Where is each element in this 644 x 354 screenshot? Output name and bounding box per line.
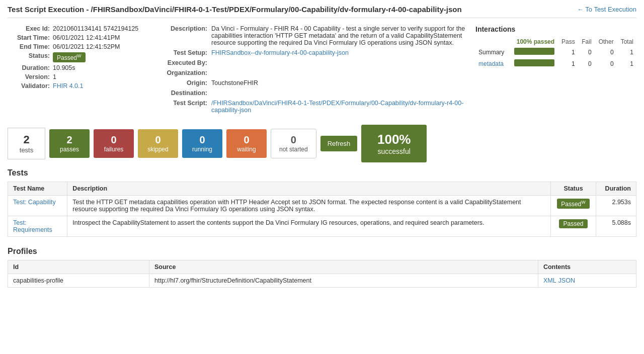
organization-row: Organization: [158,69,465,76]
validator-label: Validator: [8,82,53,90]
version-row: Version: 1 [8,73,148,80]
desc-row: Description: Da Vinci - Formulary - FHIR… [158,25,465,46]
failures-num: 0 [102,134,126,146]
passes-label: passes [57,146,82,153]
interaction-progress [509,46,558,58]
tests-count-box: 2 tests [8,128,45,159]
running-box: 0 running [182,129,222,158]
profiles-table: Id Source Contents capabilities-profileh… [8,260,636,288]
test-script-label: Test Script: [158,100,211,114]
validator-link[interactable]: FHIR 4.0.1 [53,82,83,90]
interaction-progress [509,58,558,69]
validator-row: Validator: FHIR 4.0.1 [8,82,148,90]
executed-by-value [211,59,465,66]
tests-section-title: Tests [8,168,636,178]
not-started-num: 0 [279,134,308,146]
interaction-name[interactable]: metadata [475,58,509,69]
col-pass-header: Pass [557,37,578,46]
running-num: 0 [190,134,214,146]
interactions-table: 100% passed Pass Fail Other Total Summar… [475,37,636,69]
test-duration-cell: 2.953s [596,196,636,216]
organization-label: Organization: [158,69,211,76]
executed-by-label: Executed By: [158,59,211,66]
interaction-stat: 1 [557,46,578,58]
failures-box: 0 failures [94,129,134,158]
test-status-cell: Passed [551,216,596,237]
not-started-box: 0 not started [271,129,316,158]
interaction-row: Summary1001 [475,46,636,58]
organization-value [211,69,465,76]
status-label: Status: [8,52,53,62]
tests-col-desc: Description [67,182,551,196]
exec-id-row: Exec Id: 20210601134141 5742194125 [8,25,148,32]
start-time-value: 06/01/2021 12:41:41PM [53,34,120,41]
interaction-row: metadata1001 [475,58,636,69]
profiles-section-title: Profiles [8,247,636,256]
test-script-link[interactable]: /FHIRSandbox/DaVinci/FHIR4-0-1-Test/PDEX… [211,100,463,114]
page-header: Test Script Execution - /FHIRSandbox/DaV… [8,5,636,18]
passes-box: 2 passes [49,129,90,158]
exec-id-label: Exec Id: [8,25,53,32]
interaction-stat: 1 [617,58,636,69]
status-row: Status: PassedW [8,52,148,62]
exec-info-panel: Exec Id: 20210601134141 5742194125 Start… [8,25,148,117]
interaction-stat: 0 [595,46,617,58]
duration-value: 10.905s [53,64,75,71]
profile-contents: XMLJSON [538,274,636,288]
interaction-stat: 0 [578,58,595,69]
test-row: Test: CapabilityTest the HTTP GET metada… [8,196,636,216]
back-link[interactable]: To Test Execution [577,6,636,13]
version-value: 1 [53,73,56,80]
col-total-header: Total [617,37,636,46]
test-name-cell[interactable]: Test: Requirements [8,216,67,237]
test-duration-cell: 5.088s [596,216,636,237]
test-description-cell: Introspect the CapabilityStatement to as… [67,216,551,237]
test-row: Test: RequirementsIntrospect the Capabil… [8,216,636,237]
destination-row: Destination: [158,90,465,97]
test-setup-row: Test Setup: FHIRSandbox--dv-formulary-r4… [158,49,465,56]
start-time-row: Start Time: 06/01/2021 12:41:41PM [8,34,148,41]
col-fail-header: Fail [578,37,595,46]
profiles-col-source: Source [149,260,538,274]
profiles-col-id: Id [8,260,149,274]
interactions-panel: Interactions 100% passed Pass Fail Other… [475,25,636,117]
interaction-stat: 1 [617,46,636,58]
origin-row: Origin: TouchstoneFHIR [158,79,465,86]
test-setup-label: Test Setup: [158,49,211,56]
exec-id-value: 20210601134141 5742194125 [53,25,138,32]
version-label: Version: [8,73,53,80]
success-label: successful [371,147,417,155]
page-title: Test Script Execution - /FHIRSandbox/DaV… [8,5,462,14]
destination-value [211,90,465,97]
passes-num: 2 [57,134,82,146]
end-time-value: 06/01/2021 12:41:52PM [53,43,120,50]
running-label: running [190,146,214,153]
col-other-header: Other [595,37,617,46]
interaction-name: Summary [475,46,509,58]
interaction-stat: 0 [595,58,617,69]
end-time-row: End Time: 06/01/2021 12:41:52PM [8,43,148,50]
tests-count-label: tests [17,146,36,154]
test-setup-link[interactable]: FHIRSandbox--dv-formulary-r4-00-capabili… [211,49,349,56]
interaction-stat: 1 [557,58,578,69]
waiting-box: 0 waiting [226,129,267,158]
xml-link[interactable]: XML [543,277,556,284]
test-name-cell[interactable]: Test: Capability [8,196,67,216]
refresh-button[interactable]: Refresh [320,136,358,151]
desc-label: Description: [158,25,211,46]
destination-label: Destination: [158,90,211,97]
stats-row: 2 tests 2 passes 0 failures 0 skipped 0 … [8,125,636,162]
tests-col-duration: Duration [596,182,636,196]
waiting-num: 0 [234,134,259,146]
skipped-num: 0 [146,134,170,146]
duration-label: Duration: [8,64,53,71]
col-name-header [475,37,509,46]
json-link[interactable]: JSON [558,277,575,284]
failures-label: failures [102,146,126,153]
tests-count-num: 2 [17,133,36,146]
end-time-label: End Time: [8,43,53,50]
test-script-value: /FHIRSandbox/DaVinci/FHIR4-0-1-Test/PDEX… [211,100,465,114]
profile-source: http://hl7.org/fhir/StructureDefinition/… [149,274,538,288]
test-setup-value: FHIRSandbox--dv-formulary-r4-00-capabili… [211,49,465,56]
skipped-box: 0 skipped [138,129,178,158]
